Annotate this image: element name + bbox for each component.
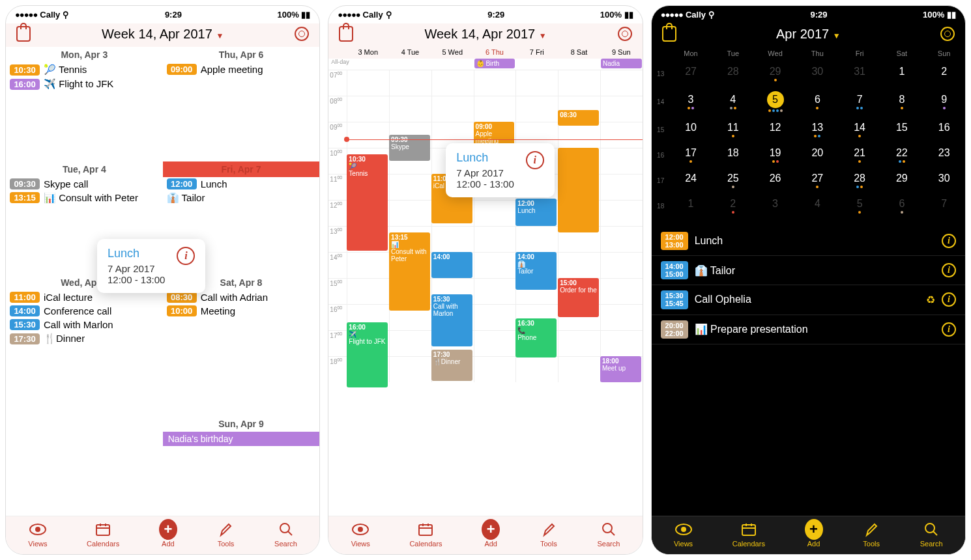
tab-views[interactable]: Views	[674, 520, 693, 548]
event[interactable]: 17:30🍴Dinner	[6, 331, 163, 346]
event-popup[interactable]: Lunch7 Apr 201712:00 - 13:00i	[446, 143, 554, 197]
event[interactable]: 08:30	[558, 110, 599, 126]
allday-event[interactable]: 👶 Birth	[474, 59, 515, 68]
tab-search[interactable]: Search	[597, 520, 620, 548]
shop-icon[interactable]	[16, 26, 31, 42]
tab-add[interactable]: +Add	[159, 520, 177, 548]
day-cell[interactable]: 30	[796, 64, 839, 83]
event[interactable]: 12:00Lunch	[163, 177, 320, 191]
event[interactable]: 10:30🎾 Tennis	[6, 63, 163, 77]
day-cell[interactable]: 27	[796, 171, 839, 190]
day-cell[interactable]: 17	[670, 146, 712, 165]
event[interactable]: 16:00✈️Flight to JFK	[347, 322, 388, 387]
tab-search[interactable]: Search	[920, 520, 943, 548]
tab-views[interactable]: Views	[28, 520, 47, 548]
day-cell[interactable]: 11	[712, 120, 754, 139]
event[interactable]: 14:00Conference call	[6, 304, 163, 318]
tab-tools[interactable]: Tools	[540, 520, 558, 548]
day-cell[interactable]: 3	[670, 92, 712, 111]
event[interactable]: 14:00	[431, 252, 472, 278]
event[interactable]: 18:00Meet up	[600, 356, 641, 382]
day-cell[interactable]: 13	[796, 120, 839, 139]
day-cell[interactable]: 29	[880, 171, 923, 190]
event[interactable]: 👔 Tailor	[163, 191, 320, 205]
event[interactable]: 14:00👔Tailor	[515, 252, 557, 290]
event[interactable]	[558, 148, 599, 232]
day-cell[interactable]: 5	[839, 197, 881, 216]
day-cell[interactable]: 4	[712, 92, 754, 111]
event[interactable]: 15:30Call with Marlon	[6, 318, 163, 331]
event[interactable]: 09:30Skype call	[6, 177, 163, 191]
tab-views[interactable]: Views	[351, 520, 370, 548]
tab-add[interactable]: +Add	[805, 520, 823, 548]
info-icon[interactable]: i	[942, 322, 956, 337]
event[interactable]: 15:30Call with Marlon	[431, 294, 472, 346]
day-cell[interactable]: 12	[754, 120, 796, 139]
day-cell[interactable]: 4	[796, 197, 839, 216]
day-cell[interactable]: 27	[670, 64, 712, 83]
event[interactable]: 15:00Order for the	[558, 278, 599, 317]
event[interactable]: 12:0013:00Lunchi	[652, 227, 965, 256]
day-cell[interactable]: 2	[712, 197, 754, 216]
day-cell[interactable]: 25	[712, 171, 754, 190]
tab-tools[interactable]: Tools	[216, 520, 235, 548]
event-popup[interactable]: Lunch7 Apr 201712:00 - 13:00i	[97, 239, 205, 293]
day-cell[interactable]: 23	[923, 146, 965, 165]
shop-icon[interactable]	[662, 26, 676, 42]
day-cell[interactable]: 14	[839, 120, 881, 139]
day-cell[interactable]: 3	[754, 197, 796, 216]
event[interactable]: 09:30Skype	[389, 135, 430, 161]
allday-event[interactable]: Nadia	[601, 59, 642, 68]
day-cell[interactable]: 31	[839, 64, 881, 83]
tab-search[interactable]: Search	[274, 520, 297, 548]
tab-add[interactable]: +Add	[482, 520, 500, 548]
event[interactable]: 09:00Apple meeting	[163, 63, 320, 76]
gear-icon[interactable]	[940, 27, 955, 41]
info-icon[interactable]: i	[942, 234, 956, 248]
day-cell[interactable]: 1	[670, 197, 712, 216]
shop-icon[interactable]	[339, 26, 353, 42]
event[interactable]: 16:30📞Phone	[515, 318, 557, 357]
event[interactable]: 16:00✈️ Flight to JFK	[6, 77, 163, 91]
tab-calendars[interactable]: Calendars	[409, 520, 442, 548]
event[interactable]: 12:00Lunch	[515, 199, 557, 226]
day-cell[interactable]: 15	[880, 120, 923, 139]
tab-tools[interactable]: Tools	[862, 520, 880, 548]
day-cell[interactable]: 6	[796, 92, 839, 111]
day-cell[interactable]: 16	[923, 120, 965, 139]
day-cell[interactable]: 21	[839, 146, 881, 165]
day-cell[interactable]: 8	[880, 92, 923, 111]
tab-calendars[interactable]: Calendars	[732, 520, 765, 548]
day-cell[interactable]: 6	[880, 197, 923, 216]
info-icon[interactable]: i	[526, 151, 544, 169]
event[interactable]: 15:3015:45Call Ophelia♻i	[652, 285, 965, 315]
day-cell[interactable]: 10	[670, 120, 712, 139]
day-cell[interactable]: 28	[839, 171, 881, 190]
gear-icon[interactable]	[618, 27, 632, 41]
day-cell[interactable]: 7	[923, 197, 965, 216]
day-cell[interactable]: 2	[923, 64, 965, 83]
day-cell[interactable]: 1	[880, 64, 923, 83]
day-cell[interactable]: 30	[923, 171, 965, 190]
day-cell[interactable]: 9	[923, 92, 965, 111]
info-icon[interactable]: i	[942, 263, 956, 277]
info-icon[interactable]: i	[942, 292, 956, 307]
day-cell[interactable]: 29	[754, 64, 796, 83]
day-cell[interactable]: 28	[712, 64, 754, 83]
allday-event[interactable]: Nadia's birthday	[163, 432, 320, 446]
event[interactable]: 10:30🎾Tennis	[347, 154, 388, 251]
event[interactable]: 17:30🍴Dinner	[431, 350, 472, 381]
event[interactable]: 10:00Meeting	[163, 304, 320, 318]
info-icon[interactable]: i	[177, 247, 195, 265]
gear-icon[interactable]	[295, 27, 309, 41]
event[interactable]: 14:0015:00👔 Tailori	[652, 256, 965, 285]
event[interactable]: 13:15📊Consult with Peter	[389, 232, 430, 311]
event[interactable]: 20:0022:00📊 Prepare presentationi	[652, 315, 965, 344]
day-cell[interactable]: 7	[839, 92, 881, 111]
day-cell[interactable]: 26	[754, 171, 796, 190]
event[interactable]: 13:15📊 Consult with Peter	[6, 191, 163, 205]
day-cell[interactable]: 24	[670, 171, 712, 190]
day-cell[interactable]: 19	[754, 146, 796, 165]
day-cell[interactable]: 22	[880, 146, 923, 165]
day-cell[interactable]: 18	[712, 146, 754, 165]
